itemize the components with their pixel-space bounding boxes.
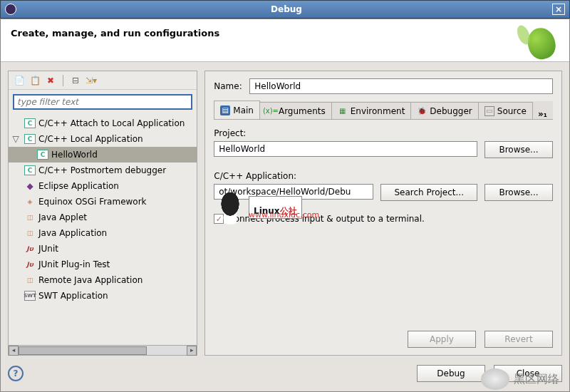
terminal-checkbox[interactable]: ✓ <box>214 214 224 224</box>
dialog-body: Create, manage, and run configurations 📄… <box>0 19 570 392</box>
name-label: Name: <box>214 81 244 91</box>
filter-button[interactable]: ⇲▾ <box>85 74 98 87</box>
c-config-icon: C <box>24 134 36 144</box>
tree-item-label: Eclipse Application <box>38 181 119 191</box>
tab-label: Environment <box>351 106 405 116</box>
config-editor-panel: Name: ▤Main(x)=Arguments▦Environment🐞Deb… <box>204 71 562 356</box>
tree-item[interactable]: ◫Java Applet <box>9 210 197 225</box>
tree-item-label: HelloWorld <box>51 150 98 160</box>
config-tree-panel: 📄 📋 ✖ ⊟ ⇲▾ CC/C++ Attach to Local Applic… <box>8 71 197 356</box>
tree-item[interactable]: ◫Java Application <box>9 225 197 241</box>
tree-item[interactable]: ▽CC/C++ Local Application <box>9 131 197 147</box>
close-button[interactable]: Close <box>494 365 562 382</box>
delete-config-button[interactable]: ✖ <box>44 74 57 87</box>
tree-item-label: JUnit Plug-in Test <box>38 259 110 269</box>
search-project-button[interactable]: Search Project... <box>380 184 477 201</box>
close-icon[interactable]: × <box>552 4 565 15</box>
tree-item[interactable]: JυJUnit Plug-in Test <box>9 257 197 272</box>
main-tab-icon: ▤ <box>220 105 230 115</box>
tab-label: Source <box>497 106 527 116</box>
tab-debugger[interactable]: 🐞Debugger <box>410 102 478 119</box>
tree-item-label: C/C++ Local Application <box>38 134 143 144</box>
jt-config-icon: Jυ <box>24 259 36 269</box>
collapse-all-button[interactable]: ⊟ <box>69 74 82 87</box>
c-config-icon: C <box>37 150 48 160</box>
swt-config-icon: SWT <box>24 291 36 301</box>
window-title: Debug <box>21 4 552 14</box>
project-browse-button[interactable]: Browse... <box>484 141 553 158</box>
tree-item-label: C/C++ Postmortem debugger <box>38 165 166 175</box>
ec-config-icon: ◆ <box>24 181 36 191</box>
tree-toolbar: 📄 📋 ✖ ⊟ ⇲▾ <box>9 71 197 90</box>
config-tree[interactable]: CC/C++ Attach to Local Application▽CC/C+… <box>9 114 197 345</box>
name-input[interactable] <box>249 78 553 94</box>
debug-bug-icon <box>519 22 562 61</box>
tree-item[interactable]: ◫Remote Java Application <box>9 272 197 288</box>
revert-button[interactable]: Revert <box>484 331 553 348</box>
tree-item[interactable]: JυJUnit <box>9 241 197 257</box>
tree-item-label: JUnit <box>38 244 58 254</box>
jt-config-icon: Jυ <box>24 244 36 254</box>
help-icon[interactable]: ? <box>8 366 24 381</box>
filter-input[interactable] <box>13 94 192 110</box>
arg-tab-icon: (x)= <box>266 106 276 116</box>
ja-config-icon: ◫ <box>24 212 36 222</box>
tree-item-label: Equinox OSGi Framework <box>38 197 147 207</box>
tab-bar: ▤Main(x)=Arguments▦Environment🐞Debugger▭… <box>214 101 553 120</box>
tree-item[interactable]: CC/C++ Postmortem debugger <box>9 163 197 178</box>
debug-button[interactable]: Debug <box>417 365 485 382</box>
ja-config-icon: ◫ <box>24 275 36 285</box>
project-input[interactable] <box>214 141 477 157</box>
tab-label: Debugger <box>430 106 472 116</box>
scroll-right-icon[interactable]: ▸ <box>187 346 197 356</box>
horizontal-scrollbar[interactable]: ◂ ▸ <box>9 345 197 355</box>
tree-item[interactable]: CC/C++ Attach to Local Application <box>9 115 197 131</box>
apply-button[interactable]: Apply <box>408 331 476 348</box>
new-config-button[interactable]: 📄 <box>13 74 26 87</box>
tree-item[interactable]: SWTSWT Application <box>9 288 197 304</box>
tree-item-label: C/C++ Attach to Local Application <box>38 118 185 128</box>
tree-item-label: Java Applet <box>38 212 87 222</box>
tree-item[interactable]: CHelloWorld <box>9 147 197 163</box>
tabs-overflow-button[interactable]: »₁ <box>532 109 553 119</box>
tab-main[interactable]: ▤Main <box>214 100 260 119</box>
scroll-thumb[interactable] <box>19 346 147 355</box>
src-tab-icon: ▭ <box>484 106 494 116</box>
dialog-footer: ? Debug Close <box>8 361 562 386</box>
tab-source[interactable]: ▭Source <box>478 102 533 119</box>
title-bar: Debug × <box>0 0 570 19</box>
tree-item-label: Remote Java Application <box>38 275 142 285</box>
tree-item[interactable]: ◆Eclipse Application <box>9 178 197 194</box>
tree-item[interactable]: ◈Equinox OSGi Framework <box>9 194 197 210</box>
tab-arguments[interactable]: (x)=Arguments <box>259 102 332 119</box>
dialog-header: Create, manage, and run configurations <box>1 19 569 62</box>
separator <box>63 75 63 86</box>
tree-item-label: SWT Application <box>38 291 108 301</box>
scroll-left-icon[interactable]: ◂ <box>9 346 19 356</box>
ja-config-icon: ◫ <box>24 228 36 238</box>
c-config-icon: C <box>24 165 36 175</box>
application-input[interactable] <box>214 184 373 200</box>
env-tab-icon: ▦ <box>338 106 348 116</box>
tab-label: Main <box>233 105 254 115</box>
c-config-icon: C <box>24 118 36 128</box>
duplicate-config-button[interactable]: 📋 <box>28 74 41 87</box>
application-label: C/C++ Application: <box>214 171 553 181</box>
tab-environment[interactable]: ▦Environment <box>331 102 412 119</box>
app-icon <box>5 4 16 15</box>
project-label: Project: <box>214 128 553 138</box>
dbg-tab-icon: 🐞 <box>417 106 427 116</box>
terminal-checkbox-label: Connect process input & output to a term… <box>228 214 425 224</box>
expand-arrow-icon[interactable]: ▽ <box>11 134 20 144</box>
tree-item-label: Java Application <box>38 228 107 238</box>
tab-label: Arguments <box>279 106 326 116</box>
application-browse-button[interactable]: Browse... <box>484 184 553 201</box>
eq-config-icon: ◈ <box>24 197 36 207</box>
header-subtitle: Create, manage, and run configurations <box>11 28 559 38</box>
